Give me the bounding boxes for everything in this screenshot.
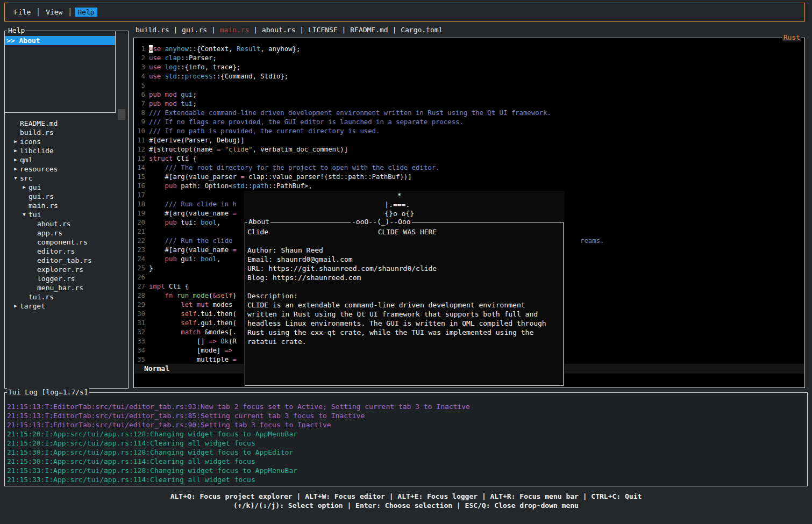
code-line[interactable]: 7pub mod tui; [134,99,804,109]
tree-item-label: target [20,302,45,311]
code-token: ) [233,292,237,299]
tree-item-label: tui [29,210,41,219]
tree-item-qml[interactable]: ▶qml [5,155,128,164]
tree-item-target[interactable]: ▶target [5,302,128,311]
tree-item-menu-bar-rs[interactable]: menu_bar.rs [5,283,128,292]
tab-build-rs[interactable]: build.rs [136,26,169,35]
code-text: match &modes[. [149,328,237,337]
code-token: let mut [149,301,212,308]
tree-item-src[interactable]: ▼src [5,174,128,183]
code-line[interactable]: 10/// If no path is provided, the curren… [134,127,804,136]
code-line[interactable]: 6pub mod gui; [134,90,804,99]
help-dropdown: Help >> About [4,31,116,113]
line-number: 25 [134,264,145,273]
tree-item-icons[interactable]: ▶icons [5,137,128,146]
tree-item-label: editor.rs [37,247,75,256]
dropdown-item-about[interactable]: >> About [5,36,115,45]
tree-item-explorer-rs[interactable]: explorer.rs [5,265,128,274]
code-line[interactable]: 12#[structopt(name = "clide", verbatim_d… [134,145,804,154]
line-number: 17 [134,191,145,200]
tab-about-rs[interactable]: about.rs [262,26,296,35]
code-line[interactable]: 8/// Extendable command-line driven deve… [134,109,804,118]
code-line[interactable]: 3use log::{info, trace}; [134,63,804,72]
tree-item-editor-rs[interactable]: editor.rs [5,247,128,256]
tree-item-tui[interactable]: ▼tui [5,210,128,219]
line-number: 2 [134,54,145,63]
menu-bar-items: File│View│Help [11,8,97,17]
code-token: multiple [149,356,232,363]
code-token: clap [165,54,181,62]
code-token: = [232,246,236,254]
code-token: /// The root directory for the project t… [149,164,439,171]
code-line[interactable]: 14 /// The root directory for the projec… [134,163,804,173]
tree-item-app-rs[interactable]: app.rs [5,228,128,238]
code-line[interactable]: 5 [134,81,804,90]
line-number: 19 [134,209,145,218]
log-entry: 21:15:13:T:EditorTab:src/tui/editor_tab.… [7,402,806,411]
code-text: struct Cli { [149,154,197,163]
code-line[interactable]: 11#[derive(Parser, Debug)] [134,136,804,145]
code-text: self.gui.then( [149,319,237,328]
code-token: modes [212,301,232,308]
code-token: ; [193,91,196,98]
menu-item-view[interactable]: View [43,8,65,17]
code-token: path [253,182,269,190]
tab-separator: | [169,26,182,35]
code-token: tui [181,100,193,107]
code-token: = [217,146,225,153]
tree-item-tui-rs[interactable]: tui.rs [5,292,128,302]
code-token: & [212,292,216,299]
tree-item-label: resources [20,164,58,174]
code-token: #[structopt(name [149,146,217,153]
tree-indent [29,256,37,265]
tree-item-label: editor_tab.rs [37,256,92,265]
code-token: std [232,182,244,190]
code-token: #[arg(value_name [149,210,232,217]
code-token [149,319,181,327]
log-entry: 21:15:30:I:App:src/tui/app.rs:128:Changi… [7,448,806,457]
log-lines: 21:15:13:T:EditorTab:src/tui/editor_tab.… [7,402,806,484]
code-text: #[derive(Parser, Debug)] [149,136,245,145]
code-text: [] => Ok(R [149,337,237,346]
about-dialog-body: Clide CLIDE WAS HERE Author: Shaun Reed … [247,227,546,346]
tab-gui-rs[interactable]: gui.rs [182,26,207,35]
menu-separator: │ [33,8,43,16]
tab-main-rs[interactable]: main.rs [220,26,250,35]
tree-item-gui-rs[interactable]: gui.rs [5,192,128,201]
menu-item-file[interactable]: File [11,8,33,17]
line-number: 16 [134,182,145,191]
code-line[interactable]: 16 pub path: Option<std::path::PathBuf>, [134,182,804,191]
line-number: 9 [134,118,145,127]
tree-item-about-rs[interactable]: about.rs [5,219,128,228]
code-token: , verbatim_doc_comment)] [253,146,348,153]
language-badge: Rust [782,33,801,41]
code-text: use clap::Parser; [149,54,217,63]
explorer-scrollbar-thumb[interactable] [118,109,125,120]
log-entry: 21:15:20:I:App:src/tui/app.rs:114:Cleari… [7,439,806,448]
code-line[interactable]: 9/// If no flags are provided, the GUI e… [134,118,804,127]
tab-separator: | [338,26,350,35]
tree-item-resources[interactable]: ▶resources [5,164,128,174]
tree-item-component-rs[interactable]: component.rs [5,238,128,247]
tree-item-logger-rs[interactable]: logger.rs [5,274,128,283]
code-line[interactable]: 13struct Cli { [134,154,804,163]
code-line[interactable]: 15 #[arg(value_parser = clap::value_pars… [134,173,804,182]
tree-item-editor-tab-rs[interactable]: editor_tab.rs [5,256,128,265]
code-token: = [232,210,236,217]
tab-readme-md[interactable]: README.md [350,26,388,35]
tab-license[interactable]: LICENSE [308,26,338,35]
code-line[interactable]: 1use anyhow::{Context, Result, anyhow}; [134,45,804,54]
code-line[interactable]: 4use std::process::{Command, Stdio}; [134,72,804,81]
tree-item-gui[interactable]: ▶gui [5,183,128,192]
tree-item-main-rs[interactable]: main.rs [5,201,128,210]
tab-cargo-toml[interactable]: Cargo.toml [401,26,443,35]
line-number: 31 [134,319,145,328]
tree-item-libclide[interactable]: ▶libclide [5,146,128,155]
menu-item-help[interactable]: Help [75,8,97,17]
tree-item-build-rs[interactable]: build.rs [5,128,128,137]
line-number: 28 [134,291,145,300]
code-line[interactable]: 2use clap::Parser; [134,54,804,63]
code-token: struct [149,155,177,162]
log-panel[interactable]: Tui Log [log=1.7/s] 21:15:13:T:EditorTab… [4,392,808,486]
tree-item-readme-md[interactable]: README.md [5,119,128,128]
